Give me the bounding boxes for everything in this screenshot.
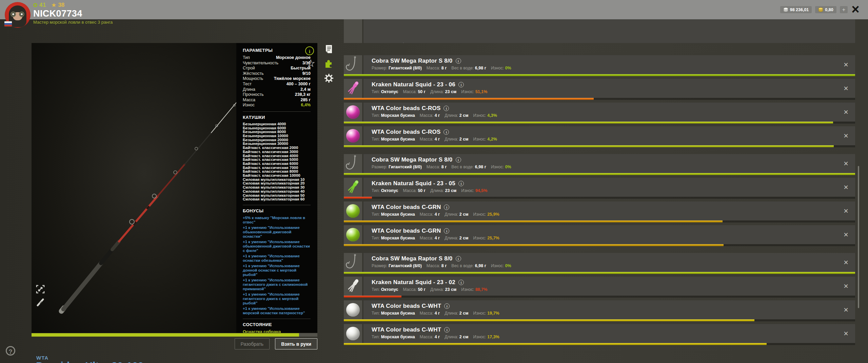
rig-group: Cobra SW Mega Raptor S 8/0 i Размер: Гиг… — [344, 154, 855, 244]
list-item[interactable]: WTA Color beads C-GRN i Тип: Морская бус… — [344, 225, 855, 244]
detail-segment: Износ: 0% — [491, 263, 511, 268]
list-item[interactable]: WTA Color beads C-WHT i Тип: Морская бус… — [344, 300, 855, 319]
info-icon[interactable]: i — [458, 181, 464, 186]
take-in-hands-button[interactable]: Взять в руки — [275, 338, 317, 349]
detail-segment: Вес в воде: 16,67 г — [445, 42, 482, 43]
rod-name: Poseidon Ultra 80-100 — [36, 360, 144, 363]
remove-item-icon[interactable]: × — [842, 305, 850, 315]
list-item[interactable]: WTA Color beads C-ROS i Тип: Морская бус… — [344, 103, 855, 122]
param-row: Тест400 – 3000 г — [243, 82, 311, 87]
detail-segment: Масса: 4 г — [420, 137, 440, 142]
list-item[interactable]: Cobra SW Mega Raptor S 8/0 i Размер: Гиг… — [344, 253, 855, 272]
param-row: Жёсткость9/10 — [243, 71, 311, 77]
detail-segment: Длина: 2 см — [445, 335, 468, 339]
bead-icon — [346, 228, 360, 241]
remove-item-icon[interactable]: × — [842, 230, 850, 239]
remove-item-icon[interactable]: × — [842, 159, 850, 168]
section-title-reels: КАТУШКИ — [243, 115, 311, 120]
detail-segment: Масса: 50 г — [403, 188, 426, 193]
info-icon[interactable]: i — [443, 129, 449, 135]
notes-icon[interactable] — [324, 44, 334, 54]
bead-icon — [346, 303, 360, 317]
assembly-puzzle-icon[interactable] — [324, 59, 334, 69]
detail-segment: Длина: 23 см — [430, 89, 456, 94]
remove-item-icon[interactable]: × — [842, 107, 850, 117]
remove-item-icon[interactable]: × — [842, 60, 850, 69]
info-icon[interactable]: i — [458, 82, 464, 87]
list-text-item: +1 к умению "Использование донной оснаст… — [243, 264, 311, 277]
param-row: ТипМорское донное — [243, 55, 311, 61]
expand-icon[interactable] — [36, 284, 45, 294]
disassemble-button[interactable]: Разобрать — [235, 338, 270, 349]
detail-segment: Тип: Морская бусина — [372, 137, 415, 142]
detail-segment: Масса: 4 г — [420, 212, 440, 217]
list-text-item: Безынерционная 4000 — [243, 122, 311, 126]
info-icon[interactable]: i — [456, 157, 461, 163]
equipment-list: Cobra SW Mega Raptor S 8/0 i Размер: Гиг… — [344, 55, 855, 352]
detail-segment: Масса: 8 г — [427, 165, 447, 169]
detail-segment: Длина: 23 см — [430, 287, 456, 292]
info-icon[interactable]: i — [305, 46, 314, 55]
list-item[interactable]: WTA Color beads C-WHT i Тип: Морская бус… — [344, 324, 855, 343]
item-wear-bar — [344, 244, 855, 246]
list-item[interactable]: Cobra SW Mega Raptor S 8/0 i Размер: Гиг… — [344, 55, 855, 74]
info-icon[interactable]: i — [456, 256, 461, 261]
remove-item-icon[interactable]: × — [842, 131, 850, 141]
item-title: WTA Color beads C-WHT — [372, 303, 441, 309]
item-details: Тип: Морская бусинаМасса: 4 гДлина: 2 см… — [372, 311, 855, 316]
item-title: Kraken Natural Squid - 23 - 05 — [372, 180, 455, 187]
item-details: Тип: ОктопусМасса: 50 гДлина: 23 смИзнос… — [372, 89, 855, 94]
list-item[interactable]: Kraken Natural Squid - 23 - 02 i Тип: Ок… — [344, 277, 855, 296]
remove-item-icon[interactable]: × — [842, 258, 850, 267]
detail-segment: Износ: 17,3% — [473, 335, 499, 339]
item-body: Cobra SW Mega Raptor S 8/0 i Размер: Гиг… — [363, 55, 855, 74]
item-title: WTA Color beads C-ROS — [372, 105, 440, 112]
list-item-partial[interactable]: Тип: Большое филеМасса: 50 гВес в воде: … — [344, 19, 855, 43]
item-icon-box — [344, 201, 362, 220]
detail-segment: Износ: 88,7% — [461, 287, 487, 292]
player-stats: 41 ★ 38 — [33, 2, 113, 8]
item-title: Cobra SW Mega Raptor S 8/0 — [372, 255, 453, 262]
list-text-item: Безынерционная 10000 — [243, 134, 311, 138]
item-wear-bar — [344, 122, 855, 124]
hook-icon — [344, 253, 362, 272]
binocular-lens-icon — [19, 12, 24, 17]
gold-balance-chip[interactable]: 0,80 — [815, 6, 836, 13]
add-funds-button[interactable]: + — [840, 6, 848, 13]
remove-item-icon[interactable]: × — [842, 281, 850, 291]
info-icon[interactable]: i — [444, 205, 449, 210]
remove-item-icon[interactable]: × — [842, 329, 850, 338]
hook-icon — [344, 154, 362, 173]
info-icon[interactable]: i — [443, 106, 449, 111]
list-item[interactable]: Cobra SW Mega Raptor S 8/0 i Размер: Гиг… — [344, 154, 855, 173]
info-icon[interactable]: i — [458, 280, 464, 285]
item-body: Cobra SW Mega Raptor S 8/0 i Размер: Гиг… — [363, 253, 855, 272]
info-icon[interactable]: i — [444, 228, 449, 234]
favorite-star-icon[interactable]: ☆ — [306, 57, 315, 69]
remove-item-icon[interactable]: × — [842, 84, 850, 93]
item-icon-box — [344, 253, 362, 272]
info-icon[interactable]: i — [456, 58, 461, 64]
info-icon[interactable]: i — [444, 327, 450, 333]
info-icon[interactable]: i — [444, 303, 450, 309]
reels-list: Безынерционная 4000Безынерционная 6000Бе… — [243, 122, 311, 201]
remove-item-icon[interactable]: × — [842, 183, 850, 192]
squid-lure-icon — [344, 277, 362, 296]
detail-segment: Тип: Октопус — [372, 89, 398, 94]
close-icon[interactable]: × — [848, 1, 863, 17]
item-title: WTA Color beads C-ROS — [372, 129, 440, 135]
list-item[interactable]: Kraken Natural Squid - 23 - 06 i Тип: Ок… — [344, 79, 855, 98]
silver-balance-chip[interactable]: 98 236,01 — [780, 6, 812, 13]
player-block: 41 ★ 38 NICK07734 Мастер морской ловли в… — [33, 2, 113, 25]
gear-icon[interactable] — [324, 73, 334, 83]
list-item[interactable]: Kraken Natural Squid - 23 - 05 i Тип: Ок… — [344, 178, 855, 197]
list-item[interactable]: WTA Color beads C-GRN i Тип: Морская бус… — [344, 201, 855, 220]
help-icon[interactable]: ? — [6, 346, 15, 356]
item-details: Размер: Гигантский (8/0)Масса: 8 гВес в … — [372, 165, 855, 169]
remove-item-icon[interactable]: × — [842, 206, 850, 216]
param-row: МощностьТяжёлое морское — [243, 76, 311, 82]
edit-pencil-icon[interactable] — [36, 297, 45, 307]
list-item[interactable]: WTA Color beads C-ROS i Тип: Морская бус… — [344, 126, 855, 145]
item-body: WTA Color beads C-WHT i Тип: Морская бус… — [363, 324, 855, 343]
scrollbar-thumb[interactable] — [858, 166, 859, 308]
